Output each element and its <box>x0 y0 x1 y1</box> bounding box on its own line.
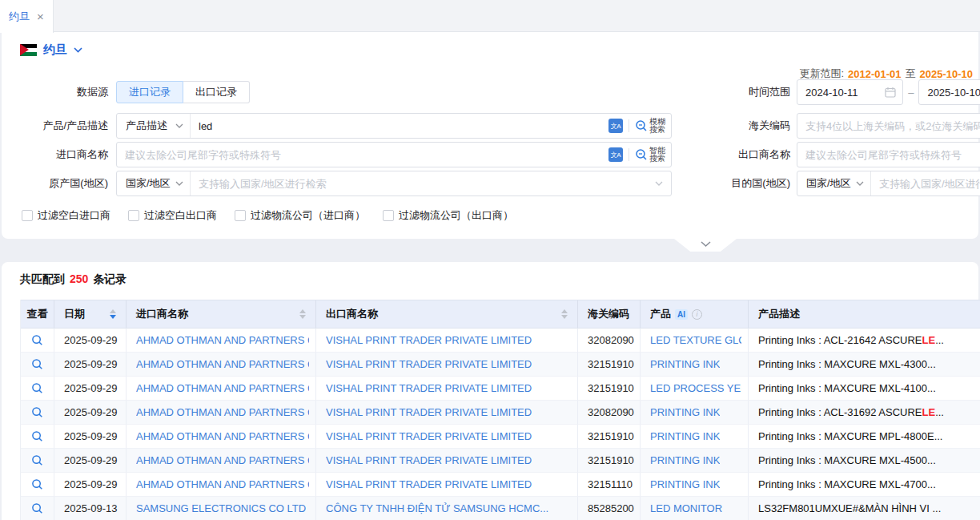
search-icon <box>31 502 43 514</box>
importer-link[interactable]: AHMAD OTHMAN AND PARTNERS COMPA... <box>136 382 309 394</box>
exporter-link[interactable]: VISHAL PRINT TRADER PRIVATE LIMITED <box>326 406 532 418</box>
importer-input-group: 文A 智能 搜索 <box>116 142 672 167</box>
importer-link[interactable]: AHMAD OTHMAN AND PARTNERS COMPA... <box>136 478 309 490</box>
exporter-link[interactable]: VISHAL PRINT TRADER PRIVATE LIMITED <box>326 358 532 370</box>
sort-importer-button[interactable] <box>299 309 309 319</box>
table-row: 2025-09-29 AHMAD OTHMAN AND PARTNERS COM… <box>21 473 980 497</box>
filter-logistics-exporter[interactable]: 过滤物流公司（出口商） <box>383 208 513 223</box>
importer-link[interactable]: AHMAD OTHMAN AND PARTNERS COMPA... <box>136 430 309 442</box>
tab-jordan-label: 约旦 <box>9 10 30 24</box>
view-record-button[interactable] <box>31 358 43 370</box>
view-record-button[interactable] <box>31 406 43 418</box>
filter-blank-importer[interactable]: 过滤空白进口商 <box>22 208 110 223</box>
origin-country-input[interactable] <box>191 171 652 196</box>
date-start-value: 2024-10-11 <box>805 87 858 99</box>
filter-checkbox-row: 过滤空白进口商 过滤空白出口商 过滤物流公司（进口商） 过滤物流公司（出口商） <box>22 208 513 223</box>
info-icon[interactable]: i <box>692 309 702 320</box>
origin-country-label: 原产国(地区) <box>2 171 108 196</box>
hs-code-input[interactable] <box>797 113 980 139</box>
row-date: 2025-09-29 <box>54 329 127 353</box>
product-link[interactable]: PRINTING INK <box>650 478 720 490</box>
tab-jordan[interactable]: 约旦 × <box>0 0 54 33</box>
fuzzy-search-button[interactable]: 模糊 搜索 <box>635 118 671 135</box>
datasource-toggle: 进口记录 出口记录 <box>116 81 672 103</box>
date-start-input[interactable]: 2024-10-11 <box>797 79 903 105</box>
datasource-import-button[interactable]: 进口记录 <box>116 81 183 103</box>
exporter-link[interactable]: VISHAL PRINT TRADER PRIVATE LIMITED <box>326 430 532 442</box>
product-link[interactable]: LED TEXTURE GLOSS ... <box>650 334 741 346</box>
importer-name-input[interactable] <box>117 143 608 167</box>
product-link[interactable]: PRINTING INK <box>650 406 720 418</box>
view-record-button[interactable] <box>31 382 43 394</box>
date-end-input[interactable]: 2025-10-10 <box>918 79 980 105</box>
collapse-panel-button[interactable] <box>674 239 737 252</box>
exporter-link[interactable]: VISHAL PRINT TRADER PRIVATE LIMITED <box>326 454 532 466</box>
table-row: 2025-09-29 AHMAD OTHMAN AND PARTNERS COM… <box>21 377 980 401</box>
tab-close-icon[interactable]: × <box>37 10 44 22</box>
destination-country-input[interactable] <box>871 171 980 196</box>
product-input-group: 产品描述 文A 模糊 搜索 <box>116 113 672 139</box>
product-field-select-value: 产品描述 <box>126 119 167 133</box>
exporter-name-input[interactable] <box>797 142 980 167</box>
product-search-input[interactable] <box>191 114 608 138</box>
row-hs-code: 32082090 <box>578 401 641 425</box>
checkbox-icon[interactable] <box>235 210 246 221</box>
importer-link[interactable]: AHMAD OTHMAN AND PARTNERS COMPA... <box>136 454 309 466</box>
product-link[interactable]: PRINTING INK <box>650 454 720 466</box>
time-range-label: 时间范围 <box>705 79 790 105</box>
importer-link[interactable]: SAMSUNG ELECTRONICS CO LTD <box>136 502 306 514</box>
datasource-export-button[interactable]: 出口记录 <box>183 81 250 103</box>
chevron-down-icon <box>655 181 663 186</box>
column-exporter-label: 出口商名称 <box>326 307 378 321</box>
country-selector[interactable]: 约旦 <box>20 40 82 59</box>
translate-icon[interactable]: 文A <box>608 147 623 162</box>
row-date: 2025-09-13 <box>54 497 127 520</box>
exporter-link[interactable]: VISHAL PRINT TRADER PRIVATE LIMITED <box>326 478 532 490</box>
checkbox-icon[interactable] <box>128 210 139 221</box>
product-field-select[interactable]: 产品描述 <box>117 114 191 138</box>
product-link[interactable]: LED MONITOR <box>650 502 722 514</box>
checkbox-icon[interactable] <box>383 210 394 221</box>
destination-type-select[interactable]: 国家/地区 <box>797 171 871 196</box>
hs-code-label: 海关编码 <box>705 113 790 139</box>
product-link[interactable]: PRINTING INK <box>650 358 720 370</box>
importer-link[interactable]: AHMAD OTHMAN AND PARTNERS COMPA... <box>136 406 309 418</box>
importer-link[interactable]: AHMAD OTHMAN AND PARTNERS COMPA... <box>136 334 309 346</box>
table-row: 2025-09-29 AHMAD OTHMAN AND PARTNERS COM… <box>21 401 980 425</box>
translate-icon[interactable]: 文A <box>608 119 623 133</box>
column-importer: 进口商名称 <box>127 300 316 328</box>
destination-input-group: 国家/地区 <box>797 171 980 196</box>
product-link[interactable]: PRINTING INK <box>650 430 720 442</box>
importer-label: 进口商名称 <box>2 142 108 167</box>
summary-suffix: 条记录 <box>93 272 127 287</box>
exporter-link[interactable]: VISHAL PRINT TRADER PRIVATE LIMITED <box>326 382 532 394</box>
column-product-label: 产品 <box>650 307 671 321</box>
filter-logistics-importer[interactable]: 过滤物流公司（进口商） <box>235 208 365 223</box>
row-date: 2025-09-29 <box>54 425 127 449</box>
view-record-button[interactable] <box>31 334 43 346</box>
view-record-button[interactable] <box>31 478 43 490</box>
update-range-start: 2012-01-01 <box>848 68 902 80</box>
exporter-link[interactable]: VISHAL PRINT TRADER PRIVATE LIMITED <box>326 334 532 346</box>
checkbox-icon[interactable] <box>22 210 33 221</box>
exporter-link[interactable]: CÔNG TY TNHH ĐIỆN TỬ SAMSUNG HCMC... <box>326 502 548 514</box>
importer-link[interactable]: AHMAD OTHMAN AND PARTNERS COMPA... <box>136 358 309 370</box>
sort-date-button[interactable] <box>110 309 119 319</box>
search-panel: 约旦 更新范围: 2012-01-01 至 2025-10-10 数据源 进口记… <box>2 32 978 239</box>
view-record-button[interactable] <box>31 454 43 466</box>
view-record-button[interactable] <box>31 502 43 514</box>
view-record-button[interactable] <box>31 430 43 442</box>
row-date: 2025-09-29 <box>54 353 127 377</box>
origin-type-select[interactable]: 国家/地区 <box>117 171 191 196</box>
smart-search-button[interactable]: 智能 搜索 <box>635 147 671 163</box>
summary-prefix: 共匹配到 <box>20 272 65 287</box>
search-icon <box>31 406 43 418</box>
row-description: LS32FM801UMXUE#&MÀN HÌNH VI ... <box>749 497 980 520</box>
sort-exporter-button[interactable] <box>561 309 571 319</box>
table-row: 2025-09-29 AHMAD OTHMAN AND PARTNERS COM… <box>21 329 980 353</box>
divider <box>629 148 629 161</box>
row-description: Printing Inks : MAXCURE MXL-4500... <box>749 449 980 473</box>
product-link[interactable]: LED PROCESS YELLOW... <box>650 382 741 394</box>
search-icon <box>635 148 648 161</box>
filter-blank-exporter[interactable]: 过滤空白出口商 <box>128 208 217 223</box>
